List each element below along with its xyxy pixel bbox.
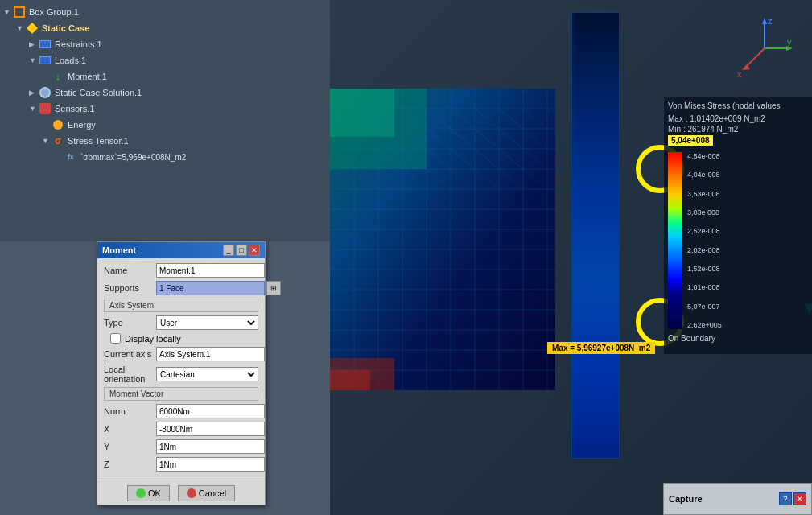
close-button[interactable]: ✕ [249, 245, 260, 256]
legend-max: Max : 1,01402e+009 N_m2 [668, 114, 809, 123]
current-axis-label: Current axis [104, 349, 156, 359]
expand-arrow-static: ▼ [16, 24, 24, 32]
tree-label-box-group: Box Group.1 [29, 7, 79, 17]
moment-dialog: Moment _ □ ✕ Name Supports ⊞ Axis System… [97, 241, 266, 505]
ok-button[interactable]: OK [127, 485, 170, 501]
svg-rect-58 [330, 89, 394, 137]
tree-item-static-case[interactable]: ▼ Static Case [0, 20, 330, 36]
tree-label-moment: Moment.1 [68, 72, 107, 81]
tree-item-stress-tensor[interactable]: ▼ σ Stress Tensor.1 [0, 133, 330, 149]
tree-item-energy[interactable]: Energy [0, 117, 330, 133]
display-locally-row: Display locally [104, 333, 258, 344]
color-label-9: 5,07e-007 [687, 303, 722, 311]
legend-min: Min : 261974 N_m2 [668, 125, 809, 134]
color-label-2: 4,04e-008 [687, 171, 722, 179]
y-label: Y [104, 442, 156, 451]
color-label-3: 3,53e-008 [687, 190, 722, 198]
legend-title: Von Mises Stress (nodal values [668, 101, 809, 111]
dialog-controls: _ □ ✕ [223, 245, 260, 256]
supports-input[interactable] [156, 281, 265, 295]
type-row: Type User Global [104, 315, 258, 330]
y-input[interactable] [156, 439, 265, 454]
axis-system-section: Axis System [104, 299, 258, 312]
norm-label: Norm [104, 406, 156, 416]
tree-item-box-group[interactable]: ▼ Box Group.1 [0, 4, 330, 20]
color-label-7: 1,52e-008 [687, 265, 722, 273]
tree-item-sensors[interactable]: ▼ Sensors.1 [0, 101, 330, 117]
color-label-6: 2,02e-008 [687, 246, 722, 254]
ok-icon [136, 488, 146, 498]
supports-select-btn[interactable]: ⊞ [266, 281, 281, 295]
color-label-4: 3,03e 008 [687, 208, 722, 216]
moment-icon: ↓ [52, 70, 64, 83]
expand-arrow: ▼ [3, 8, 11, 16]
tree-label-static-case: Static Case [42, 23, 89, 33]
norm-row: Norm [104, 404, 258, 418]
cancel-label: Cancel [199, 488, 226, 498]
display-locally-label: Display locally [125, 334, 181, 344]
expand-arrow-loads: ▼ [29, 56, 37, 64]
expand-arrow-sensors: ▼ [29, 105, 37, 113]
energy-icon [52, 118, 64, 131]
local-orientation-row: Local orientation Cartesian Cylindrical [104, 365, 258, 384]
x-label: X [104, 424, 156, 434]
svg-text:x: x [737, 69, 742, 79]
expand-arrow-restraints: ▶ [29, 40, 37, 48]
color-label-1: 4,54e-008 [687, 152, 722, 160]
y-row: Y [104, 439, 258, 454]
svg-text:y: y [787, 37, 792, 47]
supports-label: Supports [104, 283, 156, 293]
type-select[interactable]: User Global [156, 315, 258, 330]
color-label-8: 1,01e-008 [687, 283, 722, 291]
x-input[interactable] [156, 422, 265, 436]
capture-help-btn[interactable]: ? [779, 492, 792, 505]
tree-label-stress-tensor: Stress Tensor.1 [68, 136, 129, 146]
tree-label-energy: Energy [68, 120, 96, 130]
sensors-icon [39, 102, 52, 115]
stress-icon: σ [52, 134, 64, 147]
name-row: Name [104, 263, 258, 278]
local-orientation-select[interactable]: Cartesian Cylindrical [156, 367, 258, 381]
tree-item-static-solution[interactable]: ▶ Static Case Solution.1 [0, 84, 330, 101]
svg-text:z: z [768, 16, 773, 26]
name-input[interactable] [156, 263, 265, 278]
axis-indicator: z y x [732, 16, 797, 80]
tree-label-restraints: Restraints.1 [55, 39, 102, 49]
restore-button[interactable]: □ [236, 245, 247, 256]
dialog-body: Name Supports ⊞ Axis System Type User Gl… [97, 258, 265, 480]
max-label: Max = 5,96927e+008N_m2 [547, 342, 655, 354]
current-axis-row: Current axis [104, 347, 258, 361]
dialog-titlebar: Moment _ □ ✕ [97, 242, 265, 258]
z-row: Z [104, 457, 258, 472]
tree-item-formula[interactable]: fx `σbmmax`=5,969e+008N_m2 [0, 149, 330, 165]
current-axis-input[interactable] [156, 347, 265, 361]
expand-arrow-stress: ▼ [42, 137, 50, 145]
capture-title: Capture [669, 494, 777, 504]
tree-panel: ▼ Box Group.1 ▼ Static Case ▶ Restraints… [0, 0, 330, 241]
tree-label-static-solution: Static Case Solution.1 [55, 88, 142, 97]
capture-close-btn[interactable]: ✕ [793, 492, 806, 505]
name-label: Name [104, 266, 156, 275]
tree-item-moment[interactable]: ↓ Moment.1 [0, 68, 330, 84]
tree-item-restraints[interactable]: ▶ Restraints.1 [0, 36, 330, 52]
tree-label-formula: `σbmmax`=5,969e+008N_m2 [80, 153, 186, 162]
z-input[interactable] [156, 457, 265, 472]
dialog-footer: OK Cancel [97, 480, 265, 505]
restraints-icon [39, 38, 52, 51]
formula-icon: fx [64, 150, 77, 163]
color-label-10: 2,62e+005 [687, 321, 722, 329]
svg-rect-60 [330, 370, 370, 390]
cancel-icon [187, 488, 196, 498]
moment-vector-section: Moment Vector [104, 387, 258, 401]
capture-panel: Capture ? ✕ [663, 483, 812, 515]
box-icon [13, 6, 26, 19]
loads-icon [39, 54, 52, 67]
display-locally-checkbox[interactable] [110, 333, 121, 344]
highlighted-value: 5,04e+008 [668, 135, 713, 146]
tree-item-loads[interactable]: ▼ Loads.1 [0, 52, 330, 68]
cancel-button[interactable]: Cancel [178, 485, 235, 501]
tree-label-sensors: Sensors.1 [55, 104, 95, 113]
minimize-button[interactable]: _ [223, 245, 234, 256]
svg-marker-62 [762, 18, 767, 24]
norm-input[interactable] [156, 404, 265, 418]
